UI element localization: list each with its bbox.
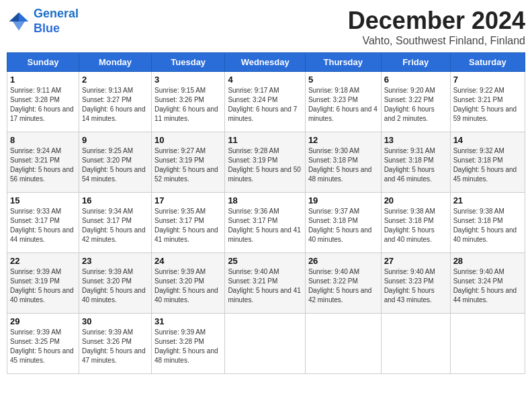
calendar-week-3: 15 Sunrise: 9:33 AM Sunset: 3:17 PM Dayl…: [7, 193, 525, 253]
calendar-cell: 28 Sunrise: 9:40 AM Sunset: 3:24 PM Dayl…: [450, 253, 525, 314]
column-header-wednesday: Wednesday: [225, 53, 306, 72]
calendar-cell: 11 Sunrise: 9:28 AM Sunset: 3:19 PM Dayl…: [225, 132, 306, 193]
column-header-thursday: Thursday: [305, 53, 381, 72]
day-number: 22: [10, 256, 76, 266]
day-number: 23: [82, 256, 148, 266]
calendar-week-2: 8 Sunrise: 9:24 AM Sunset: 3:21 PM Dayli…: [7, 132, 525, 193]
day-number: 28: [453, 256, 522, 266]
day-number: 19: [308, 195, 378, 205]
svg-marker-0: [19, 12, 28, 21]
day-info: Sunrise: 9:28 AM Sunset: 3:19 PM Dayligh…: [228, 146, 302, 184]
calendar-cell: 18 Sunrise: 9:36 AM Sunset: 3:17 PM Dayl…: [225, 193, 306, 253]
day-number: 13: [384, 135, 447, 145]
calendar-cell: 9 Sunrise: 9:25 AM Sunset: 3:20 PM Dayli…: [79, 132, 151, 193]
calendar-cell: 10 Sunrise: 9:27 AM Sunset: 3:19 PM Dayl…: [152, 132, 225, 193]
day-number: 27: [384, 256, 447, 266]
calendar-cell: 15 Sunrise: 9:33 AM Sunset: 3:17 PM Dayl…: [7, 193, 79, 253]
day-number: 12: [308, 135, 378, 145]
calendar-cell: 24 Sunrise: 9:39 AM Sunset: 3:20 PM Dayl…: [152, 253, 225, 314]
day-number: 5: [308, 75, 378, 85]
calendar: SundayMondayTuesdayWednesdayThursdayFrid…: [7, 52, 525, 374]
day-number: 11: [228, 135, 302, 145]
calendar-cell: 27 Sunrise: 9:40 AM Sunset: 3:23 PM Dayl…: [381, 253, 450, 314]
day-info: Sunrise: 9:39 AM Sunset: 3:28 PM Dayligh…: [154, 328, 222, 365]
calendar-week-1: 1 Sunrise: 9:11 AM Sunset: 3:28 PM Dayli…: [7, 72, 525, 132]
calendar-cell: 2 Sunrise: 9:13 AM Sunset: 3:27 PM Dayli…: [79, 72, 151, 132]
header: General Blue December 2024 Vahto, Southw…: [7, 7, 525, 47]
day-info: Sunrise: 9:27 AM Sunset: 3:19 PM Dayligh…: [154, 146, 222, 184]
day-info: Sunrise: 9:11 AM Sunset: 3:28 PM Dayligh…: [10, 86, 76, 124]
day-info: Sunrise: 9:39 AM Sunset: 3:26 PM Dayligh…: [82, 328, 148, 365]
day-info: Sunrise: 9:38 AM Sunset: 3:18 PM Dayligh…: [384, 207, 447, 244]
day-number: 17: [154, 195, 222, 205]
calendar-cell: 21 Sunrise: 9:38 AM Sunset: 3:18 PM Dayl…: [450, 193, 525, 253]
column-header-monday: Monday: [79, 53, 151, 72]
day-info: Sunrise: 9:35 AM Sunset: 3:17 PM Dayligh…: [154, 207, 222, 244]
day-info: Sunrise: 9:31 AM Sunset: 3:18 PM Dayligh…: [384, 146, 447, 184]
calendar-header-row: SundayMondayTuesdayWednesdayThursdayFrid…: [7, 53, 525, 72]
calendar-cell: 20 Sunrise: 9:38 AM Sunset: 3:18 PM Dayl…: [381, 193, 450, 253]
day-info: Sunrise: 9:32 AM Sunset: 3:18 PM Dayligh…: [453, 146, 522, 184]
day-info: Sunrise: 9:25 AM Sunset: 3:20 PM Dayligh…: [82, 146, 148, 184]
day-number: 10: [154, 135, 222, 145]
day-info: Sunrise: 9:18 AM Sunset: 3:23 PM Dayligh…: [308, 86, 378, 124]
calendar-cell: 1 Sunrise: 9:11 AM Sunset: 3:28 PM Dayli…: [7, 72, 79, 132]
calendar-cell: 23 Sunrise: 9:39 AM Sunset: 3:20 PM Dayl…: [79, 253, 151, 314]
calendar-cell: 31 Sunrise: 9:39 AM Sunset: 3:28 PM Dayl…: [152, 314, 225, 374]
calendar-cell: 14 Sunrise: 9:32 AM Sunset: 3:18 PM Dayl…: [450, 132, 525, 193]
day-number: 1: [10, 75, 76, 85]
calendar-cell: 12 Sunrise: 9:30 AM Sunset: 3:18 PM Dayl…: [305, 132, 381, 193]
column-header-saturday: Saturday: [450, 53, 525, 72]
day-info: Sunrise: 9:30 AM Sunset: 3:18 PM Dayligh…: [308, 146, 378, 184]
column-header-sunday: Sunday: [7, 53, 79, 72]
day-number: 18: [228, 195, 302, 205]
day-info: Sunrise: 9:39 AM Sunset: 3:20 PM Dayligh…: [154, 267, 222, 305]
day-info: Sunrise: 9:40 AM Sunset: 3:22 PM Dayligh…: [308, 267, 378, 305]
calendar-cell: [305, 314, 381, 374]
day-info: Sunrise: 9:40 AM Sunset: 3:24 PM Dayligh…: [453, 267, 522, 305]
calendar-cell: 26 Sunrise: 9:40 AM Sunset: 3:22 PM Dayl…: [305, 253, 381, 314]
location-title: Vahto, Southwest Finland, Finland: [348, 35, 525, 47]
calendar-cell: [381, 314, 450, 374]
day-number: 9: [82, 135, 148, 145]
day-info: Sunrise: 9:33 AM Sunset: 3:17 PM Dayligh…: [10, 207, 76, 244]
calendar-cell: 5 Sunrise: 9:18 AM Sunset: 3:23 PM Dayli…: [305, 72, 381, 132]
day-info: Sunrise: 9:22 AM Sunset: 3:21 PM Dayligh…: [453, 86, 522, 124]
day-info: Sunrise: 9:40 AM Sunset: 3:21 PM Dayligh…: [228, 267, 302, 305]
calendar-week-5: 29 Sunrise: 9:39 AM Sunset: 3:25 PM Dayl…: [7, 314, 525, 374]
day-number: 25: [228, 256, 302, 266]
day-info: Sunrise: 9:39 AM Sunset: 3:19 PM Dayligh…: [10, 267, 76, 305]
column-header-friday: Friday: [381, 53, 450, 72]
calendar-cell: [225, 314, 306, 374]
calendar-cell: 6 Sunrise: 9:20 AM Sunset: 3:22 PM Dayli…: [381, 72, 450, 132]
day-info: Sunrise: 9:39 AM Sunset: 3:20 PM Dayligh…: [82, 267, 148, 305]
logo: General Blue: [7, 7, 79, 36]
day-info: Sunrise: 9:15 AM Sunset: 3:26 PM Dayligh…: [154, 86, 222, 124]
logo-icon: [7, 9, 31, 34]
title-block: December 2024 Vahto, Southwest Finland, …: [348, 7, 525, 47]
day-number: 2: [82, 75, 148, 85]
calendar-cell: 25 Sunrise: 9:40 AM Sunset: 3:21 PM Dayl…: [225, 253, 306, 314]
calendar-cell: 7 Sunrise: 9:22 AM Sunset: 3:21 PM Dayli…: [450, 72, 525, 132]
day-number: 31: [154, 316, 222, 326]
column-header-tuesday: Tuesday: [152, 53, 225, 72]
day-number: 21: [453, 195, 522, 205]
calendar-cell: 22 Sunrise: 9:39 AM Sunset: 3:19 PM Dayl…: [7, 253, 79, 314]
calendar-cell: 4 Sunrise: 9:17 AM Sunset: 3:24 PM Dayli…: [225, 72, 306, 132]
day-number: 7: [453, 75, 522, 85]
day-info: Sunrise: 9:39 AM Sunset: 3:25 PM Dayligh…: [10, 328, 76, 365]
day-number: 24: [154, 256, 222, 266]
calendar-cell: [450, 314, 525, 374]
day-number: 3: [154, 75, 222, 85]
day-info: Sunrise: 9:36 AM Sunset: 3:17 PM Dayligh…: [228, 207, 302, 244]
day-number: 26: [308, 256, 378, 266]
calendar-cell: 3 Sunrise: 9:15 AM Sunset: 3:26 PM Dayli…: [152, 72, 225, 132]
day-number: 4: [228, 75, 302, 85]
day-info: Sunrise: 9:24 AM Sunset: 3:21 PM Dayligh…: [10, 146, 76, 184]
day-number: 29: [10, 316, 76, 326]
day-info: Sunrise: 9:37 AM Sunset: 3:18 PM Dayligh…: [308, 207, 378, 244]
month-title: December 2024: [348, 7, 525, 35]
day-info: Sunrise: 9:17 AM Sunset: 3:24 PM Dayligh…: [228, 86, 302, 124]
calendar-cell: 13 Sunrise: 9:31 AM Sunset: 3:18 PM Dayl…: [381, 132, 450, 193]
day-info: Sunrise: 9:34 AM Sunset: 3:17 PM Dayligh…: [82, 207, 148, 244]
